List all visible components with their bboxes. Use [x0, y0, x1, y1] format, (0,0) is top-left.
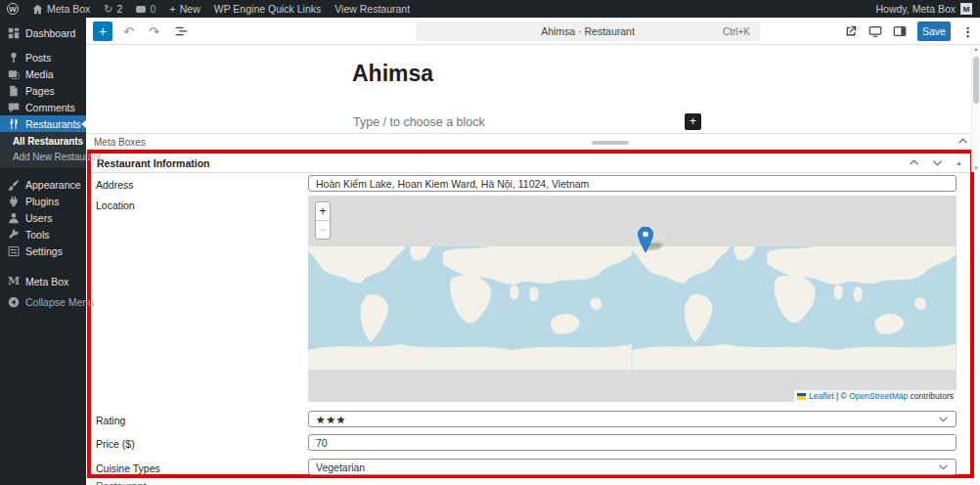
sidebar-label: Comments: [25, 102, 75, 113]
admin-bar: W Meta Box ↻ 2 0 + New WP Engine Quick L…: [0, 0, 980, 18]
attribution-suffix: contributors: [908, 391, 954, 401]
sidebar-label: Users: [25, 212, 52, 224]
location-map[interactable]: + − Leaflet | © OpenStreetMap contributo…: [308, 196, 957, 402]
editor-scrollbar[interactable]: ▲ ▼: [971, 45, 980, 172]
options-kebab-icon[interactable]: ⋮: [961, 24, 974, 39]
site-name-menu[interactable]: Meta Box: [25, 0, 97, 18]
openstreetmap-link[interactable]: OpenStreetMap: [849, 391, 908, 401]
new-content-menu[interactable]: + New: [162, 0, 206, 18]
settings-icon: [8, 245, 20, 257]
zoom-out-button[interactable]: −: [316, 221, 330, 239]
sidebar-item-users[interactable]: Users: [0, 209, 86, 226]
editor-toolbar: + ↶ ↷ Ahimsa · Restaurant Ctrl+K Save ⋮: [86, 18, 980, 45]
address-input[interactable]: [308, 175, 957, 192]
sidebar-item-settings[interactable]: Settings: [0, 242, 86, 259]
wordpress-admin-window: W Meta Box ↻ 2 0 + New WP Engine Quick L…: [0, 0, 980, 485]
undo-icon[interactable]: ↶: [123, 25, 134, 38]
sidebar-item-add-new-restaurant[interactable]: Add New Restaurant: [0, 149, 86, 164]
settings-panel-icon[interactable]: [893, 24, 907, 38]
sidebar-item-pages[interactable]: Pages: [0, 82, 86, 99]
sidebar-label: Tools: [25, 229, 50, 241]
save-button[interactable]: Save: [917, 22, 951, 41]
location-field-label: Location: [96, 199, 135, 211]
user-icon: [8, 212, 20, 224]
scroll-down-arrow-icon[interactable]: ▼: [973, 165, 979, 171]
address-field-label: Address: [96, 179, 134, 191]
panel-header[interactable]: Restaurant Information ▲: [91, 154, 970, 173]
sidebar-item-meta-box[interactable]: M Meta Box: [0, 273, 86, 289]
next-panel-title: Restaurant: [96, 480, 146, 485]
comments-count: 0: [150, 3, 156, 15]
tray-collapse-chevron-icon[interactable]: [958, 138, 968, 145]
current-menu-arrow: [81, 120, 86, 128]
redo-icon[interactable]: ↷: [149, 25, 159, 38]
sidebar-item-restaurants[interactable]: Restaurants: [0, 115, 86, 132]
sidebar-label: Settings: [25, 245, 63, 257]
wrench-icon: [8, 229, 20, 241]
rating-value: ★★★: [316, 414, 346, 425]
inline-block-inserter-button[interactable]: +: [685, 113, 701, 130]
rating-select[interactable]: ★★★: [308, 411, 957, 427]
tray-resize-handle[interactable]: [592, 141, 629, 145]
sidebar-item-plugins[interactable]: Plugins: [0, 193, 86, 209]
ukraine-flag-icon: [797, 393, 806, 400]
sidebar-item-posts[interactable]: Posts: [0, 49, 86, 66]
submenu-label: All Restaurants: [13, 136, 83, 147]
plus-icon: +: [169, 4, 175, 15]
price-input[interactable]: [308, 434, 957, 451]
list-view-icon[interactable]: [174, 24, 188, 38]
comment-icon: [8, 102, 20, 113]
site-name-label: Meta Box: [47, 3, 90, 15]
sidebar-label: Collapse Menu: [25, 296, 94, 308]
sidebar-item-comments[interactable]: Comments: [0, 99, 86, 115]
submenu-label: Add New Restaurant: [13, 152, 101, 162]
sidebar-item-tools[interactable]: Tools: [0, 226, 86, 242]
block-placeholder[interactable]: Type / to choose a block: [353, 115, 485, 129]
editor-area: + ↶ ↷ Ahimsa · Restaurant Ctrl+K Save ⋮ …: [86, 18, 980, 485]
brush-icon: [8, 179, 20, 191]
wordpress-menu[interactable]: W: [0, 0, 25, 18]
select-chevron-icon: [938, 416, 949, 422]
leaflet-link[interactable]: Leaflet: [809, 391, 834, 401]
scroll-up-arrow-icon[interactable]: ▲: [973, 46, 979, 52]
view-restaurant-menu[interactable]: View Restaurant: [328, 0, 417, 18]
move-up-chevron-icon[interactable]: [909, 159, 919, 166]
world-map-tiles: [308, 246, 957, 370]
home-icon: [32, 4, 43, 15]
sidebar-item-appearance[interactable]: Appearance: [0, 176, 86, 193]
sidebar-item-dashboard[interactable]: Dashboard: [0, 24, 86, 41]
comments-menu[interactable]: 0: [129, 0, 162, 18]
sidebar-label: Meta Box: [25, 276, 68, 287]
collapse-menu-button[interactable]: Collapse Menu: [0, 293, 86, 310]
map-attribution: Leaflet | © OpenStreetMap contributors: [794, 390, 957, 402]
updates-menu[interactable]: ↻ 2: [97, 0, 129, 18]
cuisine-value: Vegetarian: [316, 462, 365, 473]
media-icon: [8, 68, 20, 80]
annotation-highlight-box: Restaurant Information ▲ Address Locatio…: [87, 150, 974, 478]
wp-engine-quick-links-menu[interactable]: WP Engine Quick Links: [207, 0, 329, 18]
post-title[interactable]: Ahimsa: [352, 61, 433, 87]
sidebar-item-media[interactable]: Media: [0, 66, 86, 82]
cuisine-select[interactable]: Vegetarian: [308, 459, 957, 475]
restaurants-submenu: All Restaurants Add New Restaurant: [0, 132, 86, 168]
new-label: New: [180, 3, 200, 15]
sidebar-label: Restaurants: [25, 118, 81, 130]
panel-toggle-icon[interactable]: ▲: [956, 159, 962, 166]
price-field-label: Price ($): [96, 438, 135, 450]
block-inserter-toggle-button[interactable]: +: [93, 22, 112, 41]
sidebar-label: Posts: [25, 52, 51, 64]
sidebar-item-all-restaurants[interactable]: All Restaurants: [0, 133, 86, 149]
scrollbar-thumb[interactable]: [973, 57, 979, 104]
account-menu[interactable]: Howdy, Meta Box M: [875, 3, 980, 15]
dashboard-icon: [8, 27, 20, 39]
view-site-icon[interactable]: [844, 24, 858, 38]
wp-engine-quick-links-label: WP Engine Quick Links: [214, 3, 322, 15]
document-title-button[interactable]: Ahimsa · Restaurant Ctrl+K: [416, 22, 760, 41]
map-marker-icon[interactable]: [638, 227, 653, 252]
updates-count: 2: [117, 3, 123, 15]
move-down-chevron-icon[interactable]: [932, 159, 943, 166]
select-chevron-icon: [938, 463, 949, 470]
zoom-in-button[interactable]: +: [316, 202, 330, 220]
preview-desktop-icon[interactable]: [869, 24, 882, 38]
restaurant-icon: [8, 118, 20, 130]
